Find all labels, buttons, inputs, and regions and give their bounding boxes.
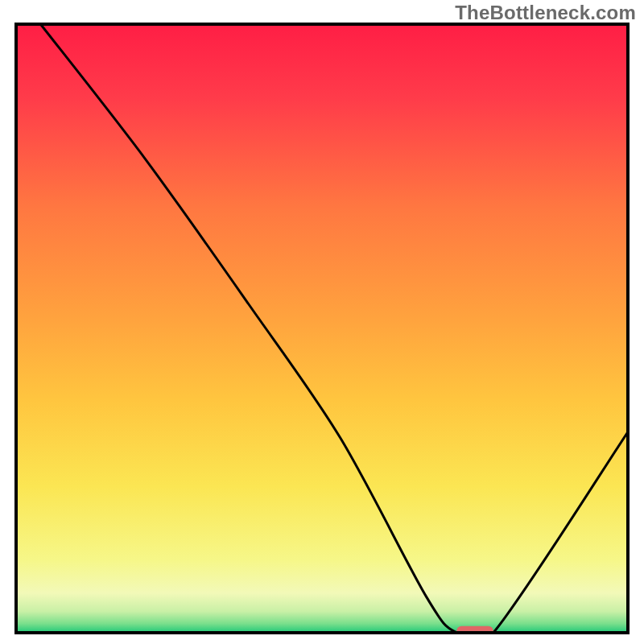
gradient-background (16, 24, 628, 633)
plot-area (16, 24, 628, 644)
chart-stage: TheBottleneck.com (0, 0, 644, 644)
bottleneck-chart (0, 0, 644, 644)
